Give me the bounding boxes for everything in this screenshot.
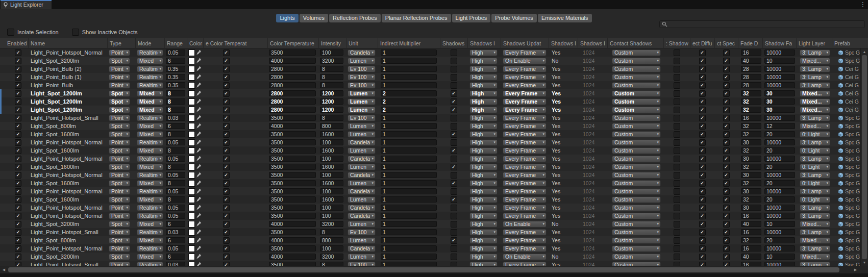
enabled-checkbox[interactable]: ✓	[15, 254, 21, 260]
affect-specular-checkbox[interactable]: ✓	[723, 262, 730, 266]
light-layer-dropdown[interactable]: Mixed...▾	[800, 98, 830, 105]
shadow-fade-distance-field[interactable]: 30	[764, 98, 795, 105]
scroll-right-icon[interactable]: ▶	[852, 266, 859, 273]
eyedropper-icon[interactable]	[196, 237, 202, 243]
shadow-fade-distance-field[interactable]: 30	[764, 90, 795, 96]
unit-dropdown[interactable]: Candela▾	[348, 156, 376, 162]
use-color-temperature-checkbox[interactable]: ✓	[223, 237, 230, 244]
color-temperature-field[interactable]: 3500	[269, 245, 316, 251]
type-dropdown[interactable]: Point▾	[109, 139, 130, 146]
affect-diffuse-checkbox[interactable]: ✓	[699, 156, 706, 162]
light-layer-dropdown[interactable]: 3: Lamp▾	[800, 139, 830, 146]
shadows-resolution-dropdown[interactable]: High▾	[469, 237, 498, 244]
shadow-flag-checkbox[interactable]	[674, 245, 680, 252]
enabled-checkbox[interactable]: ✓	[15, 164, 21, 170]
affect-diffuse-checkbox[interactable]: ✓	[699, 49, 706, 56]
shadow-flag-checkbox[interactable]	[674, 205, 680, 211]
color-swatch[interactable]	[188, 196, 195, 203]
range-field[interactable]: 0.05	[166, 156, 185, 162]
indirect-multiplier-field[interactable]: 1	[381, 156, 437, 162]
affect-diffuse-checkbox[interactable]: ✓	[699, 123, 706, 130]
column-header[interactable]: Color Temperature	[267, 38, 318, 48]
range-field[interactable]: 0.05	[166, 188, 185, 194]
search-input[interactable]	[669, 21, 862, 28]
intensity-field[interactable]: 3200	[320, 58, 343, 64]
table-row[interactable]: ✓Light_Point_Hotspot_NormalPoint▾Realtim…	[0, 48, 860, 57]
prefab-link[interactable]: Spc G	[832, 147, 860, 154]
column-header[interactable]: e Color Temperat	[203, 38, 267, 48]
enabled-checkbox[interactable]: ✓	[15, 237, 21, 244]
fade-distance-field[interactable]: 32	[741, 90, 761, 96]
shadows-resolution-dropdown[interactable]: High▾	[469, 229, 498, 236]
color-swatch[interactable]	[188, 107, 195, 113]
shadow-flag-checkbox[interactable]	[674, 213, 680, 219]
unit-dropdown[interactable]: Candela▾	[348, 172, 376, 179]
unit-dropdown[interactable]: Candela▾	[348, 213, 376, 219]
affect-specular-checkbox[interactable]: ✓	[723, 90, 730, 97]
use-color-temperature-checkbox[interactable]: ✓	[223, 147, 230, 154]
affect-diffuse-checkbox[interactable]: ✓	[699, 74, 706, 81]
shadow-flag-checkbox[interactable]	[674, 98, 680, 105]
shadows-checkbox[interactable]	[451, 156, 457, 162]
shadows-checkbox[interactable]	[451, 229, 457, 236]
range-field[interactable]: 0.35	[166, 66, 185, 72]
shadows-update-dropdown[interactable]: Every Frame▾	[503, 156, 547, 162]
contact-shadows-dropdown[interactable]: Custom▾	[612, 115, 661, 121]
shadows-resolution-dropdown[interactable]: High▾	[469, 74, 498, 81]
shadows-update-dropdown[interactable]: Every Frame▾	[503, 188, 547, 195]
affect-specular-checkbox[interactable]: ✓	[723, 213, 730, 219]
column-header[interactable]: ect Diffu	[690, 38, 714, 48]
contact-shadows-dropdown[interactable]: Custom▾	[612, 139, 661, 146]
range-field[interactable]: 8	[166, 131, 185, 137]
shadows-update-dropdown[interactable]: On Enable▾	[503, 221, 547, 228]
shadow-flag-checkbox[interactable]	[674, 147, 680, 154]
column-header[interactable]: Fade D	[738, 38, 762, 48]
mode-dropdown[interactable]: Mixed▾	[137, 237, 163, 244]
eyedropper-icon[interactable]	[196, 229, 202, 235]
intensity-field[interactable]: 8	[320, 74, 343, 80]
color-temperature-field[interactable]: 3500	[269, 213, 316, 219]
affect-diffuse-checkbox[interactable]: ✓	[699, 262, 706, 266]
enabled-checkbox[interactable]: ✓	[15, 205, 21, 211]
shadow-flag-checkbox[interactable]	[674, 221, 680, 228]
shadow-fade-distance-field[interactable]: 20	[764, 237, 795, 243]
shadows-checkbox[interactable]	[451, 139, 457, 146]
prefab-link[interactable]: Spc G	[832, 172, 860, 178]
tab-reflection-probes[interactable]: Reflection Probes	[329, 14, 381, 22]
intensity-field[interactable]: 100	[320, 156, 343, 162]
contact-shadows-dropdown[interactable]: Custom▾	[612, 172, 661, 179]
shadows-checkbox[interactable]: ✓	[451, 196, 457, 203]
light-layer-dropdown[interactable]: Mixed...▾	[800, 221, 830, 228]
contact-shadows-dropdown[interactable]: Custom▾	[612, 131, 661, 138]
shadows-resolution-dropdown[interactable]: High▾	[469, 131, 498, 138]
shadow-flag-checkbox[interactable]	[674, 229, 680, 236]
shadow-fade-distance-field[interactable]: 10	[764, 58, 795, 64]
fade-distance-field[interactable]: 32	[741, 123, 761, 129]
intensity-field[interactable]: 100	[320, 213, 343, 219]
indirect-multiplier-field[interactable]: 1	[381, 229, 437, 235]
range-field[interactable]: 8	[166, 107, 185, 113]
shadows-checkbox[interactable]	[451, 213, 457, 219]
type-dropdown[interactable]: Spot▾	[109, 254, 130, 260]
shadows-checkbox[interactable]	[451, 205, 457, 211]
scroll-left-icon[interactable]: ◀	[0, 266, 8, 273]
table-row[interactable]: ✓Light_Point_Hotspot_NormalPoint▾Realtim…	[0, 171, 860, 179]
shadow-flag-checkbox[interactable]	[674, 164, 680, 170]
range-field[interactable]: 6	[166, 58, 185, 64]
intensity-field[interactable]: 8	[320, 82, 343, 88]
tab-light-probes[interactable]: Light Probes	[452, 14, 491, 22]
fade-distance-field[interactable]: 30	[741, 139, 761, 145]
affect-specular-checkbox[interactable]: ✓	[723, 221, 730, 228]
range-field[interactable]: 8	[166, 196, 185, 203]
column-header[interactable]: Range	[164, 38, 187, 48]
unit-dropdown[interactable]: Candela▾	[348, 139, 376, 146]
mode-dropdown[interactable]: Mixed▾	[137, 164, 163, 170]
indirect-multiplier-field[interactable]: 1	[381, 115, 437, 121]
color-temperature-field[interactable]: 3500	[269, 164, 316, 170]
mode-dropdown[interactable]: Realtime▾	[137, 82, 163, 89]
type-dropdown[interactable]: Spot▾	[109, 221, 130, 228]
column-header[interactable]: Shadow Fa	[762, 38, 796, 48]
affect-diffuse-checkbox[interactable]: ✓	[699, 66, 706, 72]
color-temperature-field[interactable]: 2800	[269, 107, 316, 113]
intensity-field[interactable]: 800	[320, 237, 343, 243]
